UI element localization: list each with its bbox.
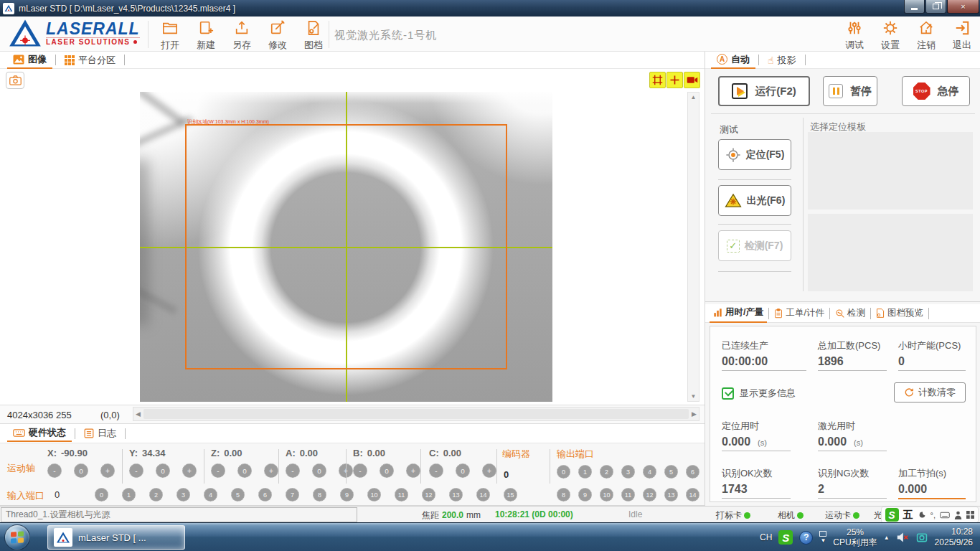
template-slot-1[interactable]: [808, 132, 973, 209]
jog-z-home[interactable]: o: [237, 463, 252, 478]
jog-x-minus[interactable]: -: [47, 463, 62, 478]
vertical-scrollbar[interactable]: ▲ ▼: [687, 92, 699, 402]
run-button[interactable]: 运行(F2): [718, 76, 810, 106]
new-button[interactable]: 新建: [188, 20, 224, 50]
sogou-tray-icon[interactable]: S: [778, 530, 793, 545]
start-button[interactable]: [4, 524, 30, 550]
tab-usage-output[interactable]: 用时/产量: [710, 304, 767, 323]
device-tray-icon[interactable]: [915, 532, 928, 543]
tab-log[interactable]: 日志: [78, 425, 122, 442]
doc-button[interactable]: 图档: [296, 20, 331, 50]
jog-c-home[interactable]: o: [456, 463, 470, 478]
reset-counter-button[interactable]: 计数清零: [894, 382, 966, 402]
punctuation-icon[interactable]: °,: [930, 511, 936, 519]
debug-button[interactable]: 调试: [837, 20, 872, 50]
keyboard-tray-icon[interactable]: [940, 512, 950, 519]
person-icon[interactable]: [954, 511, 962, 519]
jog-y-minus[interactable]: -: [129, 463, 143, 478]
horizontal-scrollbar[interactable]: ◀ ▶: [133, 407, 699, 421]
jog-a-minus[interactable]: -: [286, 463, 300, 478]
locate-button[interactable]: 定位(F5): [718, 139, 791, 170]
output-port[interactable]: 13: [664, 488, 678, 501]
jog-b-home[interactable]: o: [380, 463, 394, 478]
save-as-button[interactable]: 另存: [224, 20, 260, 50]
output-port[interactable]: 11: [621, 488, 635, 501]
tab-doc-preview[interactable]: 图档预览: [872, 304, 927, 323]
tab-auto[interactable]: A 自动: [711, 52, 755, 69]
jog-z-plus[interactable]: +: [264, 463, 278, 478]
jog-c-plus[interactable]: +: [482, 463, 496, 478]
output-port[interactable]: 6: [686, 465, 699, 479]
jog-x-home[interactable]: o: [74, 463, 88, 478]
output-port[interactable]: 9: [578, 488, 592, 501]
jog-y-home[interactable]: o: [156, 463, 170, 478]
ime-toolbar[interactable]: S 五 °,: [881, 507, 979, 523]
jog-c-minus[interactable]: -: [429, 463, 443, 478]
logout-button[interactable]: 注销: [908, 20, 944, 50]
output-port[interactable]: 0: [557, 465, 570, 479]
tab-hardware-status[interactable]: 硬件状态: [7, 425, 72, 442]
overlay-cross-button[interactable]: [666, 72, 683, 88]
gear-icon: [882, 20, 898, 36]
jog-x-plus[interactable]: +: [100, 463, 115, 478]
roi-rectangle[interactable]: [185, 124, 507, 369]
output-port[interactable]: 1: [578, 465, 592, 479]
tab-detect[interactable]: 检测: [831, 304, 869, 323]
exit-button[interactable]: 退出: [944, 20, 980, 50]
jog-b-minus[interactable]: -: [353, 463, 367, 478]
tool-grid-icon[interactable]: [966, 511, 974, 519]
emergency-stop-button[interactable]: STOP 急停: [902, 76, 970, 106]
jog-a-home[interactable]: o: [312, 463, 326, 478]
settings-button[interactable]: 设置: [872, 20, 908, 50]
close-button[interactable]: ×: [947, 0, 979, 14]
scroll-up-icon[interactable]: ▲: [691, 94, 697, 100]
template-slot-2[interactable]: [808, 214, 973, 291]
jog-z-minus[interactable]: -: [211, 463, 225, 478]
output-port[interactable]: 10: [600, 488, 613, 501]
scroll-down-icon[interactable]: ▼: [691, 393, 697, 400]
output-port[interactable]: 12: [643, 488, 656, 501]
sogou-icon[interactable]: S: [885, 508, 899, 522]
show-more-info-checkbox[interactable]: 显示更多信息: [722, 387, 796, 400]
tab-platform-partition[interactable]: 平台分区: [59, 52, 121, 69]
help-tray-icon[interactable]: ?: [799, 531, 813, 545]
output-port[interactable]: 2: [600, 465, 613, 479]
cpu-usage-indicator[interactable]: 25% CPU利用率: [833, 527, 877, 547]
ime-mode[interactable]: 五: [903, 509, 913, 522]
modify-button[interactable]: 修改: [260, 20, 296, 50]
live-camera-button[interactable]: [684, 72, 700, 88]
output-port[interactable]: 4: [643, 465, 656, 479]
jog-y-plus[interactable]: +: [182, 463, 197, 478]
camera-image[interactable]: 识别区域(W:103.3mm x H:100.3mm): [140, 92, 552, 402]
moon-icon[interactable]: [918, 511, 926, 519]
snapshot-button[interactable]: [6, 72, 24, 89]
scroll-right-icon[interactable]: ▶: [692, 410, 697, 418]
jog-b-plus[interactable]: +: [406, 463, 420, 478]
encoder-label: 编码器: [502, 448, 530, 459]
tab-projection[interactable]: ☝ 投影: [762, 52, 802, 69]
grid-icon: [65, 55, 75, 65]
collapse-arrow-icon[interactable]: ▲: [884, 534, 890, 541]
pause-button[interactable]: 暂停: [823, 76, 877, 106]
clock[interactable]: 10:28 2025/9/26: [935, 527, 973, 548]
show-hidden-icons[interactable]: ▼: [819, 531, 826, 544]
ime-indicator[interactable]: CH: [760, 532, 772, 542]
output-port[interactable]: 5: [664, 465, 678, 479]
overlay-frame-button[interactable]: [649, 72, 666, 88]
laser-fire-button[interactable]: 出光(F6): [718, 185, 791, 216]
open-button[interactable]: 打开: [152, 20, 188, 50]
minimize-button[interactable]: [904, 0, 925, 14]
inspect-button[interactable]: ✓ 检测(F7): [718, 230, 791, 261]
volume-muted-icon[interactable]: [896, 532, 909, 543]
output-port[interactable]: 14: [686, 488, 699, 501]
output-port[interactable]: 3: [621, 465, 635, 479]
pos-time-label: 定位用时: [722, 420, 759, 433]
tab-work-order[interactable]: 工单/计件: [771, 304, 827, 323]
scroll-left-icon[interactable]: ◀: [136, 410, 141, 418]
tab-image[interactable]: 图像: [7, 52, 52, 69]
output-port[interactable]: 8: [557, 488, 570, 501]
scrollbar-thumb[interactable]: [143, 409, 689, 419]
input-port: 3: [176, 488, 190, 501]
restore-button[interactable]: [925, 0, 946, 14]
taskbar-app-button[interactable]: mLaser STD [ ...: [47, 525, 185, 550]
